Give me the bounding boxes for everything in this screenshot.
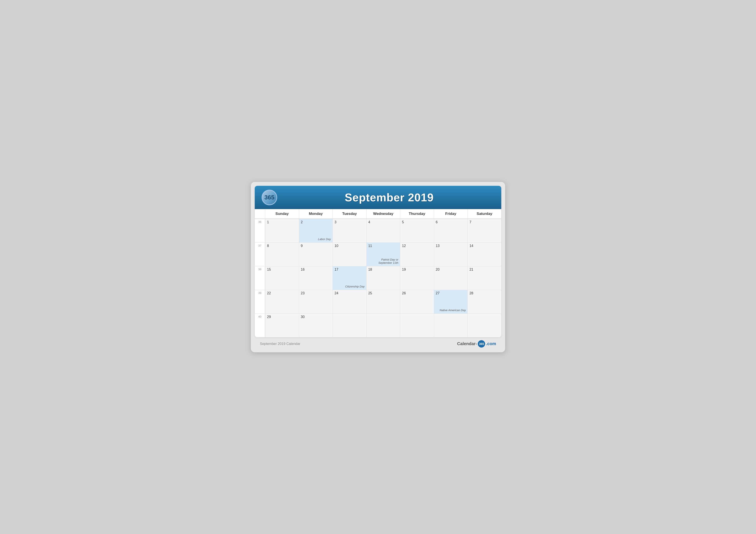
week-number-40: 40	[255, 314, 265, 337]
cal-cell-25: 25	[366, 290, 400, 314]
day-header-sunday: Sunday	[265, 209, 299, 218]
cal-cell-empty-w5d7	[468, 314, 501, 337]
cal-cell-11: 11Patriot Day or September 11th	[366, 242, 400, 266]
cal-cell-1: 1	[265, 219, 299, 242]
cell-date-num: 3	[335, 220, 364, 224]
brand-365: 365	[478, 340, 485, 347]
day-header-saturday: Saturday	[468, 209, 501, 218]
day-header-friday: Friday	[434, 209, 468, 218]
cal-cell-8: 8	[265, 242, 299, 266]
cell-date-num: 30	[301, 315, 331, 319]
cell-date-num: 5	[402, 220, 432, 224]
cal-cell-24: 24	[333, 290, 366, 314]
cal-cell-empty-w5d3	[333, 314, 366, 337]
cal-cell-20: 20	[434, 266, 468, 290]
day-headers-row: SundayMondayTuesdayWednesdayThursdayFrid…	[255, 209, 501, 219]
cal-cell-26: 26	[400, 290, 434, 314]
cal-cell-9: 9	[299, 242, 333, 266]
cell-date-num: 7	[470, 220, 500, 224]
cal-cell-6: 6	[434, 219, 468, 242]
cal-cell-4: 4	[366, 219, 400, 242]
footer-brand: Calendar-365.com	[457, 340, 496, 347]
cal-cell-29: 29	[265, 314, 299, 337]
cell-date-num: 20	[436, 267, 466, 271]
cell-date-num: 8	[267, 244, 297, 248]
cal-cell-16: 16	[299, 266, 333, 290]
cell-date-num: 26	[402, 291, 432, 295]
cell-date-num: 28	[470, 291, 500, 295]
cal-cell-14: 14	[468, 242, 501, 266]
cal-cell-15: 15	[265, 266, 299, 290]
calendar-grid: 3612Labor Day3456737891011Patriot Day or…	[255, 219, 501, 337]
calendar-header: 365 September 2019	[255, 186, 501, 209]
cal-cell-30: 30	[299, 314, 333, 337]
cell-date-num: 24	[335, 291, 364, 295]
cell-date-num: 22	[267, 291, 297, 295]
brand-dot-com: .com	[486, 341, 496, 346]
footer-left-label: September 2019 Calendar	[260, 342, 300, 346]
week-number-36: 36	[255, 219, 265, 242]
cal-cell-18: 18	[366, 266, 400, 290]
cal-cell-2: 2Labor Day	[299, 219, 333, 242]
cell-date-num: 18	[368, 267, 398, 271]
cell-date-num: 23	[301, 291, 331, 295]
cell-date-num: 15	[267, 267, 297, 271]
cell-event: Patriot Day or September 11th	[368, 258, 398, 265]
cal-cell-3: 3	[333, 219, 366, 242]
cell-date-num: 14	[470, 244, 500, 248]
page-wrapper: 365 September 2019 SundayMondayTuesdayWe…	[251, 182, 505, 352]
cell-date-num: 25	[368, 291, 398, 295]
week-num-header-spacer	[255, 209, 265, 218]
cell-date-num: 29	[267, 315, 297, 319]
calendar-container: 365 September 2019 SundayMondayTuesdayWe…	[255, 186, 501, 337]
cell-date-num: 2	[301, 220, 331, 224]
cal-cell-13: 13	[434, 242, 468, 266]
week-number-37: 37	[255, 242, 265, 266]
calendar-title: September 2019	[284, 191, 494, 204]
brand-text: Calendar-	[457, 341, 477, 346]
cal-cell-empty-w5d6	[434, 314, 468, 337]
cal-cell-22: 22	[265, 290, 299, 314]
cell-date-num: 17	[335, 267, 364, 271]
cal-cell-28: 28	[468, 290, 501, 314]
cal-cell-27: 27Native American Day	[434, 290, 468, 314]
cell-date-num: 12	[402, 244, 432, 248]
cell-date-num: 9	[301, 244, 331, 248]
cal-cell-empty-w5d5	[400, 314, 434, 337]
cal-cell-17: 17Citizenship Day	[333, 266, 366, 290]
cell-date-num: 21	[470, 267, 500, 271]
cell-date-num: 1	[267, 220, 297, 224]
footer: September 2019 Calendar Calendar-365.com	[255, 337, 501, 348]
cell-date-num: 16	[301, 267, 331, 271]
cal-cell-5: 5	[400, 219, 434, 242]
logo-circle: 365	[262, 190, 277, 205]
week-number-39: 39	[255, 290, 265, 314]
week-number-38: 38	[255, 266, 265, 290]
cell-event: Native American Day	[440, 309, 466, 312]
cal-cell-empty-w5d4	[366, 314, 400, 337]
cal-cell-7: 7	[468, 219, 501, 242]
day-header-thursday: Thursday	[400, 209, 434, 218]
cell-event: Citizenship Day	[345, 285, 364, 288]
cell-date-num: 4	[368, 220, 398, 224]
cell-event: Labor Day	[318, 238, 331, 241]
cell-date-num: 6	[436, 220, 466, 224]
cal-cell-23: 23	[299, 290, 333, 314]
day-header-tuesday: Tuesday	[333, 209, 366, 218]
cal-cell-21: 21	[468, 266, 501, 290]
cell-date-num: 13	[436, 244, 466, 248]
cell-date-num: 19	[402, 267, 432, 271]
cal-cell-10: 10	[333, 242, 366, 266]
cal-cell-12: 12	[400, 242, 434, 266]
cell-date-num: 27	[436, 291, 466, 295]
cal-cell-19: 19	[400, 266, 434, 290]
day-header-monday: Monday	[299, 209, 333, 218]
day-header-wednesday: Wednesday	[366, 209, 400, 218]
cell-date-num: 11	[368, 244, 398, 248]
cell-date-num: 10	[335, 244, 364, 248]
